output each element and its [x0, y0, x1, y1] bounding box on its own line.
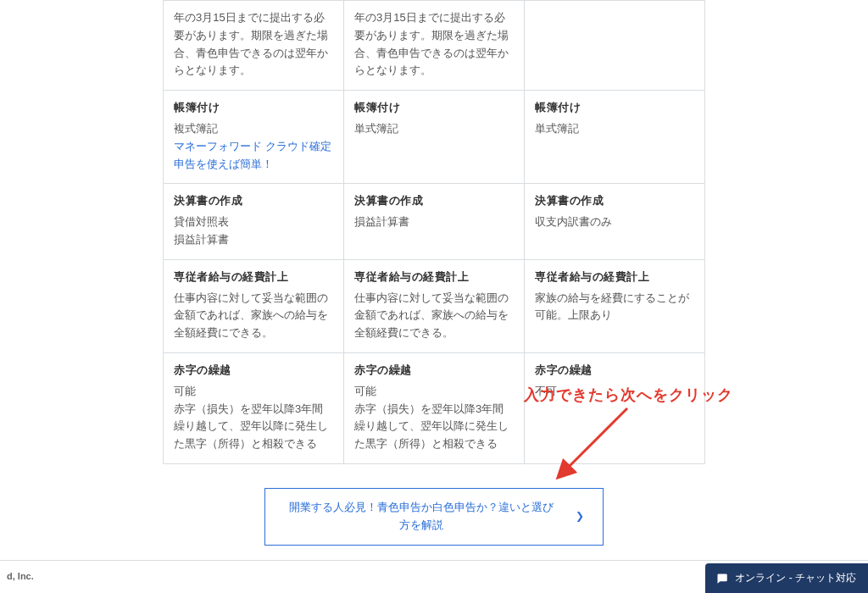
cell-title: 赤字の繰越: [535, 362, 694, 380]
table-row: 年の3月15日までに提出する必要があります。期限を過ぎた場合、青色申告できるのは…: [164, 1, 705, 91]
cell-body: 単式簿記: [354, 120, 514, 138]
cell-title: 決算書の作成: [535, 192, 694, 210]
table-cell: 帳簿付け複式簿記マネーフォワード クラウド確定申告を使えば簡単！: [164, 91, 344, 184]
table-row: 赤字の繰越可能 赤字（損失）を翌年以降3年間繰り越して、翌年以降に発生した黒字（…: [164, 352, 705, 463]
cell-body: 収支内訳書のみ: [535, 213, 694, 231]
cell-body: 損益計算書: [354, 213, 514, 231]
chat-bubble-icon: [715, 572, 728, 585]
table-cell: 決算書の作成貸借対照表 損益計算書: [164, 184, 344, 259]
footer-text: d, Inc.: [7, 571, 34, 581]
cell-body: 単式簿記: [535, 120, 694, 138]
table-row: 専従者給与の経費計上仕事内容に対して妥当な範囲の金額であれば、家族への給与を全額…: [164, 259, 705, 352]
cell-title: 赤字の繰越: [354, 362, 514, 380]
cell-title: 専従者給与の経費計上: [354, 269, 514, 286]
cell-body: 家族の給与を経費にすることが可能。上限あり: [535, 290, 694, 325]
table-cell: 年の3月15日までに提出する必要があります。期限を過ぎた場合、青色申告できるのは…: [344, 1, 525, 91]
cell-body: 仕事内容に対して妥当な範囲の金額であれば、家族への給与を全額経費にできる。: [354, 290, 514, 342]
cell-title: 帳簿付け: [174, 99, 333, 117]
cell-body: 貸借対照表 損益計算書: [174, 213, 333, 249]
table-cell: 専従者給与の経費計上仕事内容に対して妥当な範囲の金額であれば、家族への給与を全額…: [164, 259, 344, 352]
cell-body: 仕事内容に対して妥当な範囲の金額であれば、家族への給与を全額経費にできる。: [174, 290, 333, 342]
cell-title: 赤字の繰越: [174, 362, 333, 380]
info-banner-link[interactable]: 開業する人必見！青色申告か白色申告か？違いと選び方を解説 ❯: [264, 488, 604, 546]
cell-title: 決算書の作成: [174, 192, 333, 210]
cell-title: 決算書の作成: [354, 192, 514, 210]
table-cell: 専従者給与の経費計上仕事内容に対して妥当な範囲の金額であれば、家族への給与を全額…: [344, 259, 525, 352]
cell-body: 複式簿記: [174, 120, 333, 138]
cell-title: 専従者給与の経費計上: [174, 269, 333, 286]
table-row: 決算書の作成貸借対照表 損益計算書決算書の作成損益計算書決算書の作成収支内訳書の…: [164, 184, 705, 259]
cell-body: 可能 赤字（損失）を翌年以降3年間繰り越して、翌年以降に発生した黒字（所得）と相…: [354, 383, 514, 453]
cell-body: 年の3月15日までに提出する必要があります。期限を過ぎた場合、青色申告できるのは…: [174, 9, 333, 80]
cell-link[interactable]: マネーフォワード クラウド確定申告を使えば簡単！: [174, 140, 331, 170]
table-cell: 赤字の繰越可能 赤字（損失）を翌年以降3年間繰り越して、翌年以降に発生した黒字（…: [164, 352, 344, 463]
banner-text: 開業する人必見！青色申告か白色申告か？違いと選び方を解説: [284, 499, 559, 535]
chevron-right-icon: ❯: [576, 508, 584, 524]
table-cell: 年の3月15日までに提出する必要があります。期限を過ぎた場合、青色申告できるのは…: [164, 1, 344, 91]
chat-widget[interactable]: オンライン - チャット対応: [705, 563, 868, 593]
table-cell: 赤字の繰越不可: [525, 352, 705, 463]
cell-title: 専従者給与の経費計上: [535, 269, 694, 286]
cell-title: 帳簿付け: [535, 99, 694, 117]
cell-body: 年の3月15日までに提出する必要があります。期限を過ぎた場合、青色申告できるのは…: [354, 9, 514, 80]
cell-body: 可能 赤字（損失）を翌年以降3年間繰り越して、翌年以降に発生した黒字（所得）と相…: [174, 383, 333, 453]
table-cell: 帳簿付け単式簿記: [344, 91, 525, 184]
annotation-text: 入力できたら次へをクリック: [524, 383, 733, 407]
table-cell: 赤字の繰越可能 赤字（損失）を翌年以降3年間繰り越して、翌年以降に発生した黒字（…: [344, 352, 525, 463]
chat-text: オンライン - チャット対応: [735, 570, 856, 586]
table-cell: 決算書の作成損益計算書: [344, 184, 525, 259]
table-cell: [525, 1, 705, 91]
table-cell: 帳簿付け単式簿記: [525, 91, 705, 184]
table-row: 帳簿付け複式簿記マネーフォワード クラウド確定申告を使えば簡単！帳簿付け単式簿記…: [164, 91, 705, 184]
cell-title: 帳簿付け: [354, 99, 514, 117]
table-cell: 専従者給与の経費計上家族の給与を経費にすることが可能。上限あり: [525, 259, 705, 352]
table-cell: 決算書の作成収支内訳書のみ: [525, 184, 705, 259]
